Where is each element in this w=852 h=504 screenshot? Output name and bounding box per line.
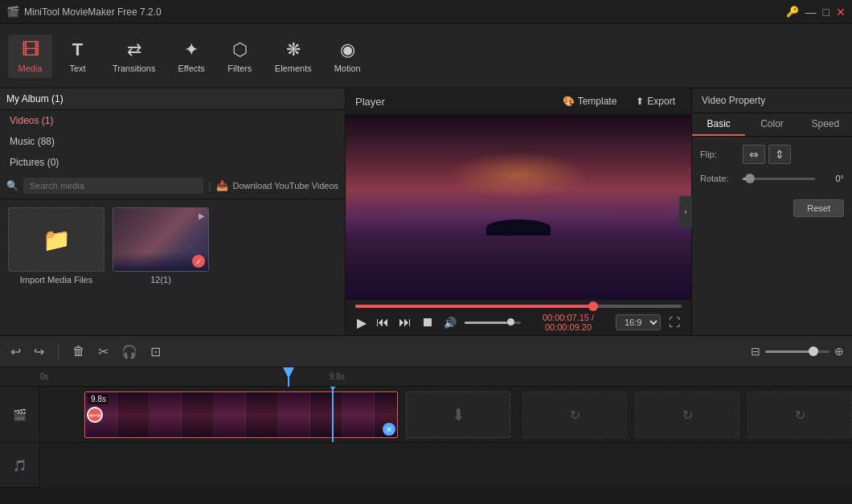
export-btn[interactable]: ⬆ Export [629, 93, 682, 109]
panel-header: 🔍 | 📥 Download YouTube Videos [0, 173, 345, 199]
template-btn[interactable]: 🎨 Template [556, 93, 624, 109]
fullscreen-btn[interactable]: ⛶ [667, 314, 682, 330]
close-btn[interactable]: ✕ [836, 6, 846, 18]
nav-music[interactable]: Music (88) [0, 131, 345, 152]
import-label: Import Media Files [20, 275, 92, 285]
cut-btn[interactable]: ✂ [96, 342, 111, 362]
clip-left-handle[interactable]: ⟺ [87, 407, 103, 423]
toolbar-filters-label: Filters [227, 64, 252, 73]
app-logo: 🎬 [6, 6, 19, 18]
play-btn[interactable]: ▶ [355, 313, 368, 332]
redo-btn[interactable]: ↪ [31, 342, 47, 362]
property-content: Flip: ⇔ ⇕ Rotate: 0° Reset [692, 137, 852, 225]
playhead-top [283, 367, 294, 379]
media-clip-thumb[interactable]: ▶ ✓ [113, 207, 209, 272]
clip-frame-8 [310, 392, 342, 437]
media-icon: 🎞 [22, 39, 39, 60]
progress-bar[interactable] [355, 305, 682, 308]
aspect-ratio-select[interactable]: 16:9 9:16 1:1 4:3 [616, 314, 661, 330]
download-icon: 📥 [216, 180, 228, 191]
frame-forward-btn[interactable]: ⏭ [397, 313, 413, 331]
import-thumb[interactable]: 📁 [8, 207, 104, 272]
audio-detach-btn[interactable]: 🎧 [119, 342, 140, 362]
toolbar-effects[interactable]: ✦ Effects [168, 35, 214, 78]
download-youtube-btn[interactable]: Download YouTube Videos [233, 181, 339, 191]
rotate-label: Rotate: [700, 174, 736, 183]
volume-bar[interactable] [465, 322, 521, 324]
nav-pictures[interactable]: Pictures (0) [0, 152, 345, 173]
tab-speed[interactable]: Speed [799, 113, 852, 136]
rotate-value: 0° [821, 174, 844, 183]
media-grid: 📁 Import Media Files ▶ ✓ 12(1) [0, 199, 345, 293]
stop-btn[interactable]: ⏹ [420, 313, 436, 331]
undo-btn[interactable]: ↩ [8, 342, 23, 362]
player-controls: ▶ ⏮ ⏭ ⏹ 🔊 00:00:07.15 / 00:00:09.20 16:9… [346, 309, 691, 335]
timeline: 0s 9.8s 🎬 🎵 [0, 367, 852, 488]
zoom-slider[interactable] [765, 350, 829, 353]
text-icon: T [72, 39, 83, 60]
clip-frames [85, 392, 397, 437]
toolbar-elements[interactable]: ❋ Elements [265, 35, 322, 78]
volume-handle[interactable] [507, 318, 514, 326]
empty-slot-3: ↻ [635, 391, 739, 438]
flip-label: Flip: [700, 150, 736, 159]
volume-fill [465, 322, 507, 324]
player-progress[interactable] [346, 300, 691, 309]
media-clip-item[interactable]: ▶ ✓ 12(1) [113, 207, 209, 285]
zoom-slider-handle[interactable] [809, 346, 818, 356]
clip-frame-6 [246, 392, 278, 437]
empty-slot-4: ↻ [748, 391, 852, 438]
toolbar-transitions[interactable]: ⇄ Transitions [103, 35, 165, 78]
loop-icon-1: ↻ [570, 408, 580, 423]
rotate-slider[interactable] [743, 178, 815, 180]
flip-horizontal-btn[interactable]: ⇔ [743, 145, 765, 164]
timeline-toolbar: ↩ ↪ 🗑 ✂ 🎧 ⊡ ⊟ ⊕ [0, 335, 852, 367]
clip-delete-btn[interactable]: ✕ [383, 423, 395, 436]
toolbar-media-label: Media [18, 64, 43, 73]
playhead-ruler [288, 367, 289, 387]
reset-btn[interactable]: Reset [793, 199, 844, 217]
nav-videos[interactable]: Videos (1) [0, 110, 345, 131]
crop-btn[interactable]: ⊡ [148, 342, 163, 362]
delete-btn[interactable]: 🗑 [70, 342, 88, 361]
collapse-right-btn[interactable]: › [679, 196, 692, 228]
toolbar-filters[interactable]: ⬡ Filters [218, 35, 262, 78]
toolbar-motion[interactable]: ◉ Motion [325, 35, 371, 78]
volume-control[interactable] [465, 322, 521, 324]
search-input[interactable] [23, 178, 203, 194]
titlebar: 🎬 MiniTool MovieMaker Free 7.2.0 🔑 — □ ✕ [0, 0, 852, 24]
key-icon: 🔑 [786, 6, 799, 18]
player-panel: Player 🎨 Template ⬆ Export [346, 88, 691, 335]
video-clip[interactable]: 9.8s ⟺ ✕ [84, 391, 398, 438]
maximize-btn[interactable]: □ [823, 6, 829, 18]
volume-btn[interactable]: 🔊 [442, 315, 458, 330]
clip-frame-4 [182, 392, 214, 437]
skip-start-btn[interactable]: ⏮ [375, 313, 391, 331]
toolbar-text[interactable]: T Text [55, 35, 100, 78]
search-icon: 🔍 [6, 180, 18, 191]
video-display [346, 115, 691, 300]
minimize-btn[interactable]: — [805, 6, 817, 18]
flip-vertical-btn[interactable]: ⇕ [768, 145, 791, 164]
tab-color[interactable]: Color [745, 113, 798, 136]
effects-icon: ✦ [184, 39, 199, 60]
clip-frame-7 [278, 392, 310, 437]
filters-icon: ⬡ [232, 39, 248, 60]
toolbar-transitions-label: Transitions [113, 64, 155, 73]
app-title: MiniTool MovieMaker Free 7.2.0 [24, 6, 786, 18]
template-icon: 🎨 [563, 96, 575, 107]
rotate-slider-handle[interactable] [745, 174, 755, 183]
import-media-item[interactable]: 📁 Import Media Files [8, 207, 104, 285]
toolbar-media[interactable]: 🎞 Media [8, 35, 52, 78]
track-labels: 🎬 🎵 [0, 387, 40, 488]
timeline-ruler: 0s 9.8s [0, 367, 852, 387]
clip-frame-3 [150, 392, 182, 437]
track-area: 9.8s ⟺ ✕ ⬇ ↻ ↻ ↻ ↻ [40, 387, 852, 488]
loop-icon-3: ↻ [795, 408, 805, 423]
empty-slot-1[interactable]: ⬇ [406, 391, 510, 438]
empty-slot-2: ↻ [522, 391, 627, 438]
property-tabs: Basic Color Speed [692, 113, 852, 137]
tab-basic[interactable]: Basic [692, 113, 745, 136]
player-title: Player [355, 96, 449, 108]
export-icon: ⬆ [636, 96, 644, 107]
